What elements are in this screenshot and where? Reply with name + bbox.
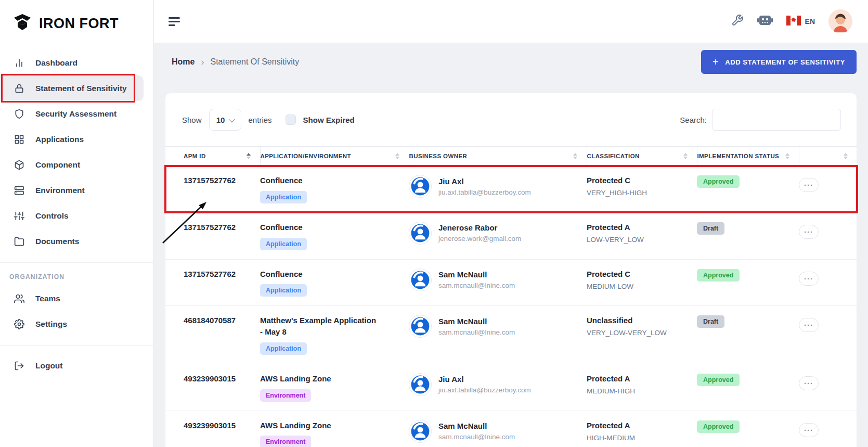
apm-id: 468184070587 [184,315,255,325]
shield-icon [14,108,25,120]
sidebar-item-label: Settings [35,320,67,329]
sidebar-item-label: Logout [35,361,63,371]
owner-avatar-icon [409,269,432,291]
sidebar-item-component[interactable]: Component [0,152,144,177]
row-actions-button[interactable]: ··· [799,178,819,192]
owner-email: sam.mcnaull@lnine.com [438,433,515,441]
show-expired-label: Show Expired [303,116,355,124]
owner-name: Jenerose Rabor [438,223,521,232]
sidebar-item-statement-of-sensitivity[interactable]: Statement of Sensitivity [0,75,144,101]
entries-label: entries [249,116,272,124]
column-header-actions [799,147,857,166]
sidebar-item-label: Component [35,160,80,170]
owner-email: jenerose.work@gmail.com [438,235,521,242]
status-badge: Approved [697,374,740,386]
classification-level: LOW-VERY_LOW [587,236,692,244]
table-row: 137157527762 Confluence Application Jene… [165,212,857,259]
classification-level: HIGH-MEDIUM [587,434,692,442]
column-header-implementation-status[interactable]: IMPLEMENTATION STATUS [697,147,799,166]
language-selector[interactable]: EN [786,16,815,28]
sidebar-item-label: Controls [35,211,69,221]
apm-id: 493239903015 [184,373,255,383]
application-name: Confluence [260,269,380,280]
row-actions-button[interactable]: ··· [799,225,819,239]
owner-avatar-icon [409,315,432,338]
type-badge: Environment [260,436,311,447]
owner-avatar-icon [409,373,432,396]
business-owner-cell: Jiu Axl jiu.axl.tabilla@buzzerboy.com [409,373,581,396]
table-card: Show 10 entries Show Expired Search: APM… [165,93,857,447]
apm-id: 137157527762 [184,269,255,278]
row-actions-button[interactable]: ··· [799,423,819,437]
sidebar-item-teams[interactable]: Teams [0,286,144,311]
apm-id: 137157527762 [184,222,255,232]
sort-icon[interactable] [844,153,848,159]
entries-value: 10 [216,116,225,124]
folder-icon [14,236,25,247]
sidebar-item-label: Statement of Sensitivity [35,84,127,93]
sidebar-item-documents[interactable]: Documents [0,228,144,254]
column-header-classification[interactable]: CLASSIFICATION [587,147,697,166]
row-actions-button[interactable]: ··· [799,318,819,332]
show-label: Show [182,116,202,124]
breadcrumb-home-link[interactable]: Home [172,57,195,67]
column-header-business-owner[interactable]: BUSINESS OWNER [409,147,587,166]
application-name: Confluence [260,222,380,233]
column-header-apm-id[interactable]: APM ID [165,147,260,166]
owner-name: Sam McNaull [438,422,515,430]
sidebar-item-label: Environment [35,186,85,195]
sidebar-item-logout[interactable]: Logout [0,353,144,378]
type-badge: Application [260,238,307,250]
sidebar-section-organization: ORGANIZATION [0,263,153,286]
language-code: EN [805,17,815,25]
classification: Unclassified [587,315,692,325]
sort-icon[interactable] [785,153,789,159]
grid-icon [14,134,25,145]
business-owner-cell: Sam McNaull sam.mcnaull@lnine.com [409,269,581,291]
sidebar-item-controls[interactable]: Controls [0,203,144,228]
owner-email: jiu.axl.tabilla@buzzerboy.com [438,386,531,394]
brand-logo[interactable]: IRON FORT [0,0,153,45]
sort-icon[interactable] [395,153,399,159]
business-owner-cell: Sam McNaull sam.mcnaull@lnine.com [409,315,581,338]
search-input[interactable] [712,109,841,131]
owner-avatar-icon [409,222,432,245]
menu-icon[interactable] [169,17,180,26]
sidebar-item-dashboard[interactable]: Dashboard [0,50,144,75]
owner-email: jiu.axl.tabilla@buzzerboy.com [438,188,531,196]
sort-icon[interactable] [683,153,688,159]
sidebar-item-settings[interactable]: Settings [0,311,144,337]
sidebar-item-environment[interactable]: Environment [0,177,144,203]
sort-icon[interactable] [573,153,577,159]
classification: Protected A [587,420,692,430]
business-owner-cell: Sam McNaull sam.mcnaull@lnine.com [409,420,581,443]
row-actions-button[interactable]: ··· [799,376,819,390]
entries-select[interactable]: 10 [209,109,241,131]
table-row: 468184070587 Matthew's Example Applicati… [165,306,857,364]
plus-icon: + [712,57,719,67]
robot-icon[interactable] [757,14,773,29]
show-expired-checkbox[interactable] [286,114,296,125]
type-badge: Application [260,284,307,297]
add-statement-button[interactable]: + ADD STATEMENT OF SENSITIVITY [701,50,857,74]
wrench-icon[interactable] [731,14,744,29]
logout-icon [14,360,25,372]
type-badge: Application [260,342,307,355]
table-row: 493239903015 AWS Landing Zone Environmen… [165,411,857,447]
chevron-right-icon: › [201,57,204,68]
user-avatar[interactable] [828,9,852,33]
sort-icon[interactable] [247,153,251,159]
sidebar: IRON FORT Dashboard Statement of Sensiti… [0,0,153,447]
classification: Protected C [587,175,692,185]
classification-level: MEDIUM-HIGH [587,387,692,395]
column-header-application-environment[interactable]: APPLICATION/ENVIRONMENT [260,147,409,166]
gear-icon [14,318,25,330]
owner-name: Sam McNaull [438,317,515,326]
row-actions-button[interactable]: ··· [799,272,819,286]
owner-name: Jiu Axl [438,375,531,384]
sidebar-item-applications[interactable]: Applications [0,126,144,152]
add-statement-label: ADD STATEMENT OF SENSITIVITY [725,58,845,66]
sidebar-nav: Dashboard Statement of Sensitivity Secur… [0,50,153,254]
sidebar-item-security-assessment[interactable]: Security Assessment [0,101,144,126]
statements-table: APM ID APPLICATION/ENVIRONMENT BUSINESS … [165,146,857,447]
